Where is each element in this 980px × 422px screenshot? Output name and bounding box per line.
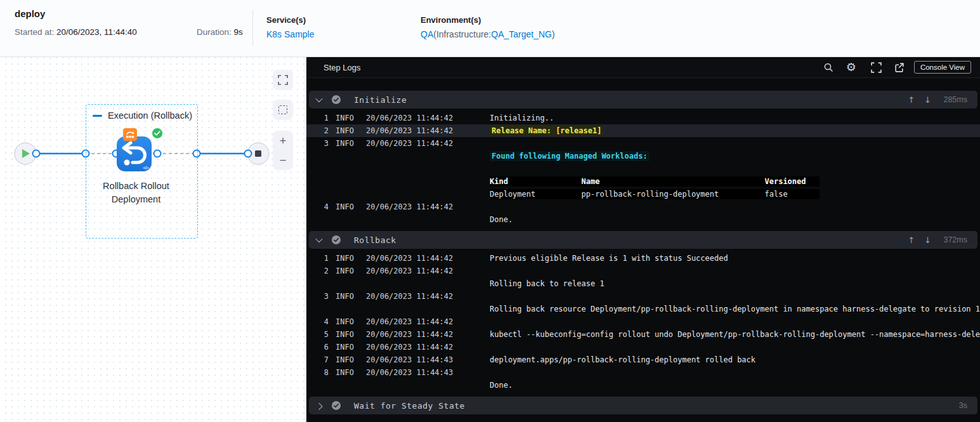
execution-group-label[interactable]: Execution (Rollback) — [93, 110, 192, 121]
step-logs-title: Step Logs — [323, 63, 361, 72]
log-line: Done. — [306, 213, 980, 226]
step-logs-panel: Step Logs ⚙ Co — [306, 57, 980, 422]
search-icon — [823, 62, 833, 72]
execution-header: deploy Started at: 20/06/2023, 11:44:40 … — [0, 0, 980, 57]
section-log-lines: 1INFO20/06/2023 11:44:42Initializing..2I… — [306, 112, 980, 226]
step-logs-header: Step Logs ⚙ Co — [306, 57, 980, 78]
header-divider — [252, 10, 253, 46]
duration: Duration: 9s — [197, 27, 243, 37]
log-line: 1INFO20/06/2023 11:44:42Initializing.. — [306, 112, 980, 124]
log-line: 1INFO20/06/2023 11:44:42Previous eligibl… — [306, 252, 980, 265]
section-title: Initialize — [354, 95, 407, 105]
log-line: Rolling back to release 1 — [306, 277, 980, 290]
zoom-out-button[interactable]: − — [279, 154, 286, 166]
section-log-lines: 1INFO20/06/2023 11:44:42Previous eligibl… — [306, 252, 980, 392]
section-title: Rollback — [354, 235, 396, 245]
log-line: Rolling back resource Deployment/pp-roll… — [306, 303, 980, 315]
infrastructure-prefix: (Infrastructure: — [433, 29, 491, 39]
log-line: 4INFO20/06/2023 11:44:42 — [306, 201, 980, 213]
log-line: Found following Managed Workloads: — [306, 150, 980, 162]
log-section-wait-for-steady-state: Wait for Steady State 3s — [306, 397, 980, 414]
canvas-marquee-select-button[interactable] — [273, 100, 293, 120]
fullscreen-icon — [871, 62, 882, 73]
step-label: Rollback Rollout Deployment — [85, 180, 187, 206]
environments-label: Environment(s) — [421, 15, 555, 25]
chevron-down-icon — [315, 95, 322, 102]
step-success-check-icon — [152, 128, 163, 139]
group-label-text: Execution (Rollback) — [108, 110, 192, 121]
log-line: 7INFO20/06/2023 11:44:43deployment.apps/… — [306, 353, 980, 366]
settings-button[interactable]: ⚙ — [842, 60, 861, 74]
log-line: 3INFO20/06/2023 11:44:42 — [306, 137, 980, 150]
stop-icon — [255, 150, 261, 157]
canvas-zoom-controls: + − — [273, 131, 293, 170]
log-section-initialize: Initialize ↑ ↓285ms1INFO20/06/2023 11:44… — [306, 91, 980, 226]
external-link-icon — [894, 62, 905, 73]
page-title: deploy — [15, 8, 45, 19]
environment-link[interactable]: QA — [421, 29, 433, 39]
log-line: 4INFO20/06/2023 11:44:42 — [306, 315, 980, 328]
section-title: Wait for Steady State — [354, 401, 465, 411]
infrastructure-suffix: ) — [552, 29, 555, 39]
expand-logs-button[interactable] — [867, 60, 886, 74]
zoom-in-button[interactable]: + — [279, 135, 286, 147]
search-button[interactable] — [819, 60, 838, 74]
chevron-right-icon — [315, 403, 322, 410]
log-line: 6INFO20/06/2023 11:44:42 — [306, 341, 980, 353]
log-line: Done. — [306, 379, 980, 392]
section-duration: 372ms — [941, 235, 967, 244]
pipeline-graph-canvas[interactable]: Execution (Rollback) </> Rollback Rollou — [0, 57, 306, 422]
log-line: 2INFO20/06/2023 11:44:42 — [306, 265, 980, 277]
log-line — [306, 162, 980, 175]
services-label: Service(s) — [266, 15, 314, 25]
scroll-to-top-icon[interactable]: ↑ — [908, 95, 915, 105]
section-duration: 285ms — [941, 95, 967, 104]
log-line: 5INFO20/06/2023 11:44:42kubectl --kubeco… — [306, 328, 980, 341]
rolling-deployment-badge-icon — [123, 128, 137, 141]
environments-block: Environment(s) QA(Infrastructure:QA_Targ… — [421, 15, 555, 39]
fullscreen-icon — [278, 75, 288, 85]
service-link[interactable]: K8s Sample — [266, 29, 314, 39]
gear-icon: ⚙ — [846, 62, 856, 73]
log-line: Kind Name Versioned — [306, 175, 980, 188]
step-success-check-icon — [331, 235, 341, 245]
log-line: 8INFO20/06/2023 11:44:43 — [306, 366, 980, 379]
started-at: Started at: 20/06/2023, 11:44:40 — [15, 27, 137, 37]
log-section-header-initialize[interactable]: Initialize ↑ ↓285ms — [309, 91, 977, 109]
infrastructure-link[interactable]: QA_Target_NG — [491, 29, 552, 39]
step-success-check-icon — [331, 400, 341, 411]
marquee-select-icon — [278, 105, 287, 114]
services-block: Service(s) K8s Sample — [266, 15, 314, 39]
log-section-header-rollback[interactable]: Rollback ↑ ↓372ms — [309, 231, 977, 249]
log-sections: Initialize ↑ ↓285ms1INFO20/06/2023 11:44… — [306, 78, 980, 414]
canvas-fullscreen-button[interactable] — [273, 70, 293, 90]
chevron-down-icon — [315, 235, 322, 242]
section-duration: 3s — [941, 401, 967, 410]
rollback-step-node[interactable]: </> — [117, 136, 152, 171]
code-glyph-icon: </> — [143, 166, 148, 170]
log-section-header-wait-for-steady-state[interactable]: Wait for Steady State 3s — [309, 397, 977, 414]
collapse-group-icon[interactable] — [93, 115, 102, 117]
step-success-check-icon — [331, 95, 341, 105]
log-line: 3INFO20/06/2023 11:44:42 — [306, 290, 980, 303]
log-line: 2INFO20/06/2023 11:44:42Release Name: [r… — [306, 124, 980, 137]
scroll-to-top-icon[interactable]: ↑ — [908, 235, 915, 245]
log-section-rollback: Rollback ↑ ↓372ms1INFO20/06/2023 11:44:4… — [306, 231, 980, 392]
scroll-to-bottom-icon[interactable]: ↓ — [924, 235, 931, 245]
log-line: Deployment pp-rollback-rolling-deploymen… — [306, 188, 980, 201]
scroll-to-bottom-icon[interactable]: ↓ — [924, 95, 931, 105]
pipeline-execution-page: deploy Started at: 20/06/2023, 11:44:40 … — [0, 0, 980, 422]
console-view-button[interactable]: Console View — [914, 61, 971, 74]
open-in-new-tab-button[interactable] — [890, 60, 909, 74]
